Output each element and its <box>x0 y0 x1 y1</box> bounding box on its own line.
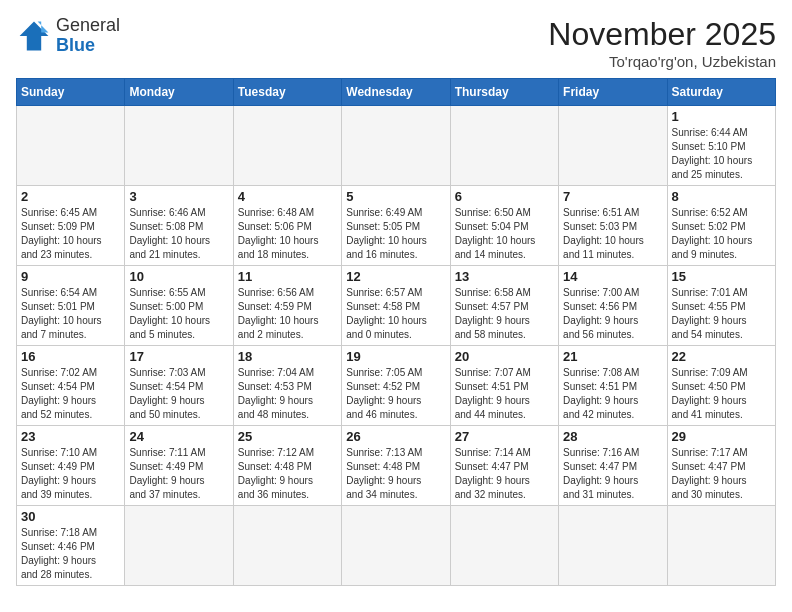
day-number: 23 <box>21 429 120 444</box>
calendar-day-cell: 14Sunrise: 7:00 AM Sunset: 4:56 PM Dayli… <box>559 266 667 346</box>
day-number: 25 <box>238 429 337 444</box>
day-info: Sunrise: 7:02 AM Sunset: 4:54 PM Dayligh… <box>21 366 120 422</box>
calendar-day-cell: 23Sunrise: 7:10 AM Sunset: 4:49 PM Dayli… <box>17 426 125 506</box>
day-info: Sunrise: 7:17 AM Sunset: 4:47 PM Dayligh… <box>672 446 771 502</box>
calendar-day-cell: 19Sunrise: 7:05 AM Sunset: 4:52 PM Dayli… <box>342 346 450 426</box>
day-number: 10 <box>129 269 228 284</box>
day-number: 27 <box>455 429 554 444</box>
day-info: Sunrise: 7:09 AM Sunset: 4:50 PM Dayligh… <box>672 366 771 422</box>
calendar-day-cell: 26Sunrise: 7:13 AM Sunset: 4:48 PM Dayli… <box>342 426 450 506</box>
calendar-day-cell <box>233 106 341 186</box>
day-number: 22 <box>672 349 771 364</box>
weekday-header-saturday: Saturday <box>667 79 775 106</box>
calendar-day-cell <box>559 506 667 586</box>
calendar-day-cell <box>125 506 233 586</box>
day-number: 8 <box>672 189 771 204</box>
day-info: Sunrise: 7:05 AM Sunset: 4:52 PM Dayligh… <box>346 366 445 422</box>
day-number: 18 <box>238 349 337 364</box>
day-info: Sunrise: 7:03 AM Sunset: 4:54 PM Dayligh… <box>129 366 228 422</box>
day-number: 17 <box>129 349 228 364</box>
weekday-header-row: SundayMondayTuesdayWednesdayThursdayFrid… <box>17 79 776 106</box>
weekday-header-tuesday: Tuesday <box>233 79 341 106</box>
calendar-day-cell: 27Sunrise: 7:14 AM Sunset: 4:47 PM Dayli… <box>450 426 558 506</box>
day-info: Sunrise: 7:11 AM Sunset: 4:49 PM Dayligh… <box>129 446 228 502</box>
day-info: Sunrise: 7:08 AM Sunset: 4:51 PM Dayligh… <box>563 366 662 422</box>
calendar-week-row: 9Sunrise: 6:54 AM Sunset: 5:01 PM Daylig… <box>17 266 776 346</box>
calendar-day-cell: 18Sunrise: 7:04 AM Sunset: 4:53 PM Dayli… <box>233 346 341 426</box>
calendar-day-cell: 9Sunrise: 6:54 AM Sunset: 5:01 PM Daylig… <box>17 266 125 346</box>
calendar-week-row: 16Sunrise: 7:02 AM Sunset: 4:54 PM Dayli… <box>17 346 776 426</box>
calendar-day-cell: 13Sunrise: 6:58 AM Sunset: 4:57 PM Dayli… <box>450 266 558 346</box>
calendar-day-cell: 1Sunrise: 6:44 AM Sunset: 5:10 PM Daylig… <box>667 106 775 186</box>
day-number: 29 <box>672 429 771 444</box>
day-info: Sunrise: 7:01 AM Sunset: 4:55 PM Dayligh… <box>672 286 771 342</box>
day-info: Sunrise: 6:44 AM Sunset: 5:10 PM Dayligh… <box>672 126 771 182</box>
calendar-day-cell <box>342 106 450 186</box>
day-number: 14 <box>563 269 662 284</box>
day-info: Sunrise: 6:50 AM Sunset: 5:04 PM Dayligh… <box>455 206 554 262</box>
day-number: 7 <box>563 189 662 204</box>
calendar-day-cell: 4Sunrise: 6:48 AM Sunset: 5:06 PM Daylig… <box>233 186 341 266</box>
calendar-day-cell: 30Sunrise: 7:18 AM Sunset: 4:46 PM Dayli… <box>17 506 125 586</box>
day-number: 24 <box>129 429 228 444</box>
day-info: Sunrise: 7:04 AM Sunset: 4:53 PM Dayligh… <box>238 366 337 422</box>
day-number: 6 <box>455 189 554 204</box>
day-info: Sunrise: 7:18 AM Sunset: 4:46 PM Dayligh… <box>21 526 120 582</box>
logo-line2: Blue <box>56 36 120 56</box>
page-header: General Blue November 2025 To'rqao'rg'on… <box>16 16 776 70</box>
calendar-day-cell <box>342 506 450 586</box>
calendar-day-cell <box>450 506 558 586</box>
day-number: 21 <box>563 349 662 364</box>
day-info: Sunrise: 6:52 AM Sunset: 5:02 PM Dayligh… <box>672 206 771 262</box>
day-number: 9 <box>21 269 120 284</box>
day-number: 3 <box>129 189 228 204</box>
calendar-day-cell: 16Sunrise: 7:02 AM Sunset: 4:54 PM Dayli… <box>17 346 125 426</box>
calendar-day-cell <box>125 106 233 186</box>
calendar-day-cell <box>17 106 125 186</box>
logo-icon <box>16 18 52 54</box>
calendar-day-cell: 25Sunrise: 7:12 AM Sunset: 4:48 PM Dayli… <box>233 426 341 506</box>
logo: General Blue <box>16 16 120 56</box>
calendar-day-cell: 5Sunrise: 6:49 AM Sunset: 5:05 PM Daylig… <box>342 186 450 266</box>
calendar-day-cell <box>559 106 667 186</box>
day-number: 4 <box>238 189 337 204</box>
calendar-day-cell: 20Sunrise: 7:07 AM Sunset: 4:51 PM Dayli… <box>450 346 558 426</box>
calendar-day-cell <box>233 506 341 586</box>
day-info: Sunrise: 6:49 AM Sunset: 5:05 PM Dayligh… <box>346 206 445 262</box>
calendar-day-cell <box>450 106 558 186</box>
day-number: 15 <box>672 269 771 284</box>
day-info: Sunrise: 7:10 AM Sunset: 4:49 PM Dayligh… <box>21 446 120 502</box>
calendar-day-cell: 7Sunrise: 6:51 AM Sunset: 5:03 PM Daylig… <box>559 186 667 266</box>
logo-line1: General <box>56 16 120 36</box>
day-info: Sunrise: 6:54 AM Sunset: 5:01 PM Dayligh… <box>21 286 120 342</box>
day-info: Sunrise: 6:45 AM Sunset: 5:09 PM Dayligh… <box>21 206 120 262</box>
calendar-table: SundayMondayTuesdayWednesdayThursdayFrid… <box>16 78 776 586</box>
calendar-week-row: 30Sunrise: 7:18 AM Sunset: 4:46 PM Dayli… <box>17 506 776 586</box>
weekday-header-thursday: Thursday <box>450 79 558 106</box>
day-info: Sunrise: 6:46 AM Sunset: 5:08 PM Dayligh… <box>129 206 228 262</box>
calendar-day-cell: 6Sunrise: 6:50 AM Sunset: 5:04 PM Daylig… <box>450 186 558 266</box>
day-info: Sunrise: 7:13 AM Sunset: 4:48 PM Dayligh… <box>346 446 445 502</box>
month-title: November 2025 <box>548 16 776 53</box>
calendar-week-row: 1Sunrise: 6:44 AM Sunset: 5:10 PM Daylig… <box>17 106 776 186</box>
calendar-day-cell: 8Sunrise: 6:52 AM Sunset: 5:02 PM Daylig… <box>667 186 775 266</box>
calendar-day-cell: 22Sunrise: 7:09 AM Sunset: 4:50 PM Dayli… <box>667 346 775 426</box>
day-number: 5 <box>346 189 445 204</box>
day-number: 20 <box>455 349 554 364</box>
calendar-day-cell: 11Sunrise: 6:56 AM Sunset: 4:59 PM Dayli… <box>233 266 341 346</box>
day-info: Sunrise: 7:14 AM Sunset: 4:47 PM Dayligh… <box>455 446 554 502</box>
day-info: Sunrise: 6:56 AM Sunset: 4:59 PM Dayligh… <box>238 286 337 342</box>
location: To'rqao'rg'on, Uzbekistan <box>548 53 776 70</box>
day-number: 16 <box>21 349 120 364</box>
day-info: Sunrise: 6:51 AM Sunset: 5:03 PM Dayligh… <box>563 206 662 262</box>
calendar-day-cell: 28Sunrise: 7:16 AM Sunset: 4:47 PM Dayli… <box>559 426 667 506</box>
calendar-day-cell: 17Sunrise: 7:03 AM Sunset: 4:54 PM Dayli… <box>125 346 233 426</box>
calendar-day-cell <box>667 506 775 586</box>
svg-marker-0 <box>20 21 49 50</box>
calendar-day-cell: 29Sunrise: 7:17 AM Sunset: 4:47 PM Dayli… <box>667 426 775 506</box>
weekday-header-monday: Monday <box>125 79 233 106</box>
day-number: 13 <box>455 269 554 284</box>
day-number: 11 <box>238 269 337 284</box>
day-number: 30 <box>21 509 120 524</box>
calendar-day-cell: 15Sunrise: 7:01 AM Sunset: 4:55 PM Dayli… <box>667 266 775 346</box>
